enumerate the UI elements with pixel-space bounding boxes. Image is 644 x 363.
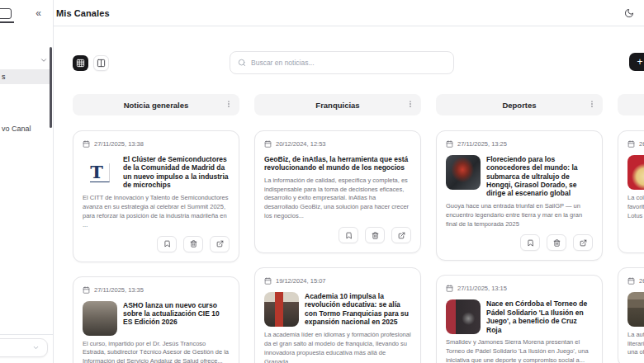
add-channel-button[interactable]: +: [629, 53, 644, 71]
calendar-icon: [83, 140, 90, 148]
card-excerpt: La academia líder en idiomas y formación…: [264, 331, 411, 363]
news-card[interactable]: 26/11 La colabo favorito, Lotus Bis: [618, 130, 644, 253]
card-thumbnail: [83, 301, 117, 336]
app-logo: [0, 8, 12, 19]
main-area: Mis Canales: [54, 0, 644, 363]
delete-button[interactable]: [547, 234, 566, 251]
kebab-menu-icon: [588, 100, 596, 108]
external-link-icon: [398, 232, 405, 239]
card-thumbnail: [627, 155, 644, 190]
column-title: Deportes: [502, 101, 536, 110]
card-excerpt: La colabo favorito, Lotus Bis: [627, 194, 644, 221]
card-actions: [446, 234, 593, 251]
open-external-button[interactable]: [391, 227, 411, 243]
calendar-icon: [264, 277, 272, 285]
grid-icon: [76, 59, 85, 68]
top-header: Mis Canales: [54, 0, 644, 26]
sidebar-item[interactable]: [0, 110, 51, 121]
calendar-icon: [627, 140, 635, 148]
news-card[interactable]: 20/12/2024, 12:53 GeoBiz, de inAtlas, la…: [254, 130, 421, 253]
card-actions: [627, 227, 644, 243]
card-title: ASHO lanza un nuevo curso sobre la actua…: [123, 301, 230, 336]
column-menu-button[interactable]: [406, 100, 414, 108]
calendar-icon: [627, 277, 635, 285]
columns-view-button[interactable]: [93, 55, 109, 71]
card-excerpt: La información de calidad, específica y …: [264, 177, 411, 221]
toolbar: +: [54, 51, 644, 74]
card-date: 20/12/2024, 12:53: [264, 140, 411, 148]
column-header: Noticia generales: [73, 94, 239, 116]
theme-toggle-button[interactable]: [624, 8, 634, 18]
bookmark-button[interactable]: [339, 227, 358, 243]
moon-icon: [624, 8, 634, 18]
external-link-icon: [580, 239, 587, 247]
channel-column-deportes: Deportes: [436, 94, 603, 363]
sidebar-divider: [0, 334, 53, 335]
column-header: [618, 94, 644, 116]
card-excerpt: El CITT de Innovación y Talento de Semic…: [83, 194, 230, 230]
calendar-icon: [446, 285, 453, 292]
delete-button[interactable]: [365, 227, 385, 243]
trash-icon: [372, 232, 379, 239]
search-box: [230, 51, 454, 74]
grid-view-button[interactable]: [73, 55, 88, 71]
card-thumbnail: [446, 299, 481, 334]
calendar-icon: [264, 140, 272, 148]
sidebar-item[interactable]: [0, 90, 51, 101]
column-title: Noticia generales: [124, 101, 189, 110]
channel-column-noticia-generales: Noticia generales: [73, 94, 239, 363]
trash-icon: [190, 240, 197, 248]
column-header: Deportes: [436, 94, 603, 116]
card-thumbnail: [627, 292, 644, 327]
bookmark-icon: [527, 239, 534, 247]
card-date: 27/11/2025, 13:35: [83, 286, 230, 294]
card-title: Academia 10 impulsa la revolución educat…: [305, 292, 411, 327]
trash-icon: [553, 239, 561, 247]
sidebar-footer-select[interactable]: [0, 338, 48, 357]
bookmark-button[interactable]: [157, 236, 177, 252]
news-card[interactable]: 26/11 La autora literario una obra: [618, 267, 644, 363]
sidebar-item-new-channel[interactable]: vo Canal: [0, 123, 51, 135]
column-title: Franquicias: [315, 101, 359, 110]
sidebar-item-selected[interactable]: s: [0, 69, 51, 84]
news-card[interactable]: 27/11/2025, 13:38 T El Clúster de Semico…: [73, 130, 239, 262]
channel-columns: Noticia generales: [54, 94, 644, 363]
news-card[interactable]: 27/11/2025, 13:25 Floreciendo para los c…: [436, 130, 603, 261]
news-card[interactable]: 27/11/2025, 13:35 ASHO lanza un nuevo cu…: [73, 276, 239, 363]
card-date: 27/11/2025, 13:38: [83, 140, 230, 148]
sidebar-section-chevron-down-icon[interactable]: [40, 56, 48, 64]
card-excerpt: Guoya hace una entrada triunfal en SailG…: [446, 202, 593, 229]
bookmark-icon: [345, 232, 353, 239]
card-excerpt: La autora literario una obra: [627, 331, 644, 358]
card-actions: [264, 227, 411, 243]
card-title: GeoBiz, de inAtlas, la herramienta que e…: [264, 155, 411, 172]
news-card[interactable]: 19/12/2024, 15:07 Academia 10 impulsa la…: [254, 267, 421, 363]
card-thumbnail: [446, 155, 481, 190]
column-menu-button[interactable]: [588, 100, 596, 108]
column-header: Franquicias: [254, 94, 421, 116]
card-excerpt: Smalldev y Jamones Sierra Morena present…: [446, 338, 593, 363]
delete-button[interactable]: [183, 236, 203, 252]
search-icon: [238, 59, 246, 67]
search-input[interactable]: [251, 59, 446, 67]
open-external-button[interactable]: [210, 236, 230, 252]
card-date: 26/11: [627, 140, 644, 148]
card-title: El Clúster de Semiconductores de la Comu…: [123, 155, 230, 190]
bookmark-button[interactable]: [520, 234, 540, 251]
card-date: 27/11/2025, 13:25: [446, 140, 593, 148]
open-external-button[interactable]: [573, 234, 593, 251]
calendar-icon: [446, 140, 453, 148]
card-date: 19/12/2024, 15:07: [264, 277, 411, 285]
card-thumbnail: T: [83, 155, 117, 190]
card-title: Nace en Córdoba el Torneo de Pádel Solid…: [486, 299, 593, 334]
card-date: 27/11/2025, 13:15: [446, 285, 593, 292]
card-title: Floreciendo para los conocedores del mun…: [486, 155, 593, 198]
chevron-down-icon: [32, 344, 40, 351]
news-card[interactable]: 27/11/2025, 13:15 Nace en Córdoba el Tor…: [436, 275, 603, 363]
page-title: Mis Canales: [56, 8, 110, 18]
sidebar-scrollbar-thumb[interactable]: [50, 47, 52, 128]
sidebar-collapse-button[interactable]: «: [36, 8, 41, 18]
columns-icon: [97, 59, 106, 68]
column-menu-button[interactable]: [225, 100, 233, 108]
calendar-icon: [83, 286, 90, 294]
